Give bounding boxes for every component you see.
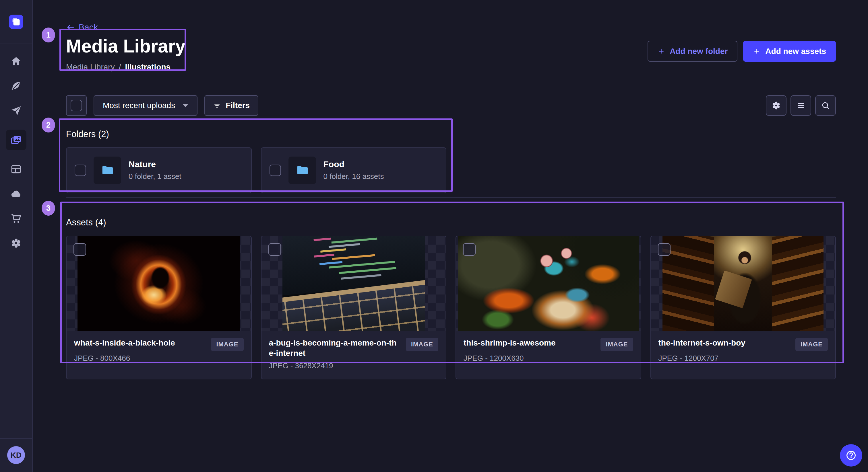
asset-meta: JPEG - 800X466	[74, 354, 244, 363]
folder-meta: 0 folder, 16 assets	[323, 172, 384, 181]
asset-meta: JPEG - 1200X707	[658, 354, 828, 363]
asset-meta: JPEG - 3628X2419	[269, 361, 439, 370]
chevron-down-icon	[183, 104, 188, 107]
back-link[interactable]: Back	[66, 22, 98, 32]
help-button[interactable]	[840, 444, 862, 467]
sidebar-footer: KD	[0, 438, 32, 472]
select-all-checkbox[interactable]	[71, 100, 82, 111]
media-library-icon[interactable]	[6, 130, 26, 150]
asset-checkbox[interactable]	[73, 243, 86, 256]
gear-icon	[771, 101, 781, 110]
layout-icon[interactable]	[10, 164, 22, 175]
annotation-badge-2: 2	[42, 117, 55, 133]
folder-meta: 0 folder, 1 asset	[129, 172, 181, 181]
asset-title: the-internet-s-own-boy	[658, 338, 745, 348]
strapi-app-window: KD Back Media Library Media Library / Il…	[0, 0, 868, 472]
asset-meta: JPEG - 1200X630	[464, 354, 633, 363]
plus-icon	[753, 47, 761, 55]
folders-section-title: Folders (2)	[66, 129, 836, 139]
question-icon	[845, 450, 857, 461]
breadcrumb-parent[interactable]: Media Library	[66, 63, 115, 72]
toolbar: Most recent uploads Filters	[66, 95, 836, 116]
folder-card-food[interactable]: Food 0 folder, 16 assets	[261, 147, 446, 193]
folder-checkbox[interactable]	[74, 165, 86, 176]
list-icon	[796, 101, 806, 110]
header-actions: Add new folder Add new assets	[648, 36, 836, 62]
asset-type-badge: IMAGE	[600, 338, 633, 351]
search-icon	[820, 101, 830, 110]
sidebar-logo-section	[0, 0, 32, 44]
select-all-button[interactable]	[66, 95, 87, 116]
folder-checkbox[interactable]	[270, 165, 281, 176]
asset-card-shrimp[interactable]: this-shrimp-is-awesome IMAGE JPEG - 1200…	[456, 236, 641, 380]
asset-title: a-bug-is-becoming-a-meme-on-the-internet	[269, 338, 401, 359]
search-button[interactable]	[815, 95, 836, 116]
asset-thumbnail	[456, 236, 641, 331]
asset-type-badge: IMAGE	[406, 338, 438, 351]
title-block: Media Library Media Library / Illustrati…	[66, 36, 185, 72]
back-arrow-icon	[66, 23, 74, 32]
asset-checkbox[interactable]	[268, 243, 281, 256]
library-portrait-image	[662, 236, 824, 331]
folder-icon	[288, 157, 316, 184]
asset-card-bug-meme[interactable]: a-bug-is-becoming-a-meme-on-the-internet…	[261, 236, 446, 380]
folder-name[interactable]: Nature	[129, 160, 181, 169]
page-title: Media Library	[66, 36, 185, 57]
folder-card-nature[interactable]: Nature 0 folder, 1 asset	[66, 147, 252, 193]
asset-thumbnail	[67, 236, 251, 331]
cart-icon[interactable]	[10, 213, 22, 224]
breadcrumb-separator: /	[119, 63, 121, 72]
sidebar: KD	[0, 0, 33, 472]
section-divider	[66, 197, 836, 198]
add-new-assets-button[interactable]: Add new assets	[743, 41, 836, 62]
cloud-icon[interactable]	[10, 188, 22, 200]
assets-section-title: Assets (4)	[66, 217, 836, 228]
filters-button[interactable]: Filters	[205, 95, 258, 116]
black-hole-image	[78, 236, 240, 331]
user-avatar[interactable]: KD	[7, 446, 25, 464]
laptop-code-image	[282, 236, 425, 331]
list-view-button[interactable]	[790, 95, 811, 116]
breadcrumb-current: Illustrations	[125, 63, 170, 72]
asset-title: this-shrimp-is-awesome	[464, 338, 556, 348]
feather-icon[interactable]	[10, 80, 22, 92]
annotation-badge-1: 1	[42, 28, 55, 42]
gear-icon[interactable]	[10, 237, 22, 249]
asset-card-internets-own-boy[interactable]: the-internet-s-own-boy IMAGE JPEG - 1200…	[650, 236, 836, 380]
asset-checkbox[interactable]	[463, 243, 476, 256]
folder-name[interactable]: Food	[323, 160, 384, 169]
home-icon[interactable]	[10, 56, 22, 67]
assets-section: Assets (4) what-s-inside-a-black-hole IM…	[66, 217, 836, 380]
asset-title: what-s-inside-a-black-hole	[74, 338, 175, 348]
folder-icon	[94, 157, 121, 184]
asset-checkbox[interactable]	[658, 243, 671, 256]
mantis-shrimp-image	[458, 236, 639, 331]
asset-thumbnail	[651, 236, 836, 331]
back-label: Back	[79, 22, 98, 32]
asset-card-black-hole[interactable]: what-s-inside-a-black-hole IMAGE JPEG - …	[66, 236, 252, 380]
strapi-logo-icon[interactable]	[9, 14, 23, 29]
annotation-badge-3: 3	[42, 201, 55, 216]
folders-section: Folders (2) Nature 0 folder, 1 asset	[66, 129, 836, 193]
asset-thumbnail	[261, 236, 446, 331]
add-new-folder-button[interactable]: Add new folder	[648, 41, 737, 62]
settings-view-button[interactable]	[766, 95, 786, 116]
asset-type-badge: IMAGE	[211, 338, 243, 351]
sort-value: Most recent uploads	[103, 101, 175, 110]
paper-plane-icon[interactable]	[10, 105, 22, 116]
main-content: Back Media Library Media Library / Illus…	[33, 0, 868, 379]
plus-icon	[657, 47, 665, 55]
sidebar-nav	[0, 44, 32, 249]
sort-dropdown[interactable]: Most recent uploads	[94, 95, 197, 116]
asset-type-badge: IMAGE	[795, 338, 828, 351]
filter-icon	[213, 102, 221, 109]
breadcrumb: Media Library / Illustrations	[66, 63, 185, 72]
